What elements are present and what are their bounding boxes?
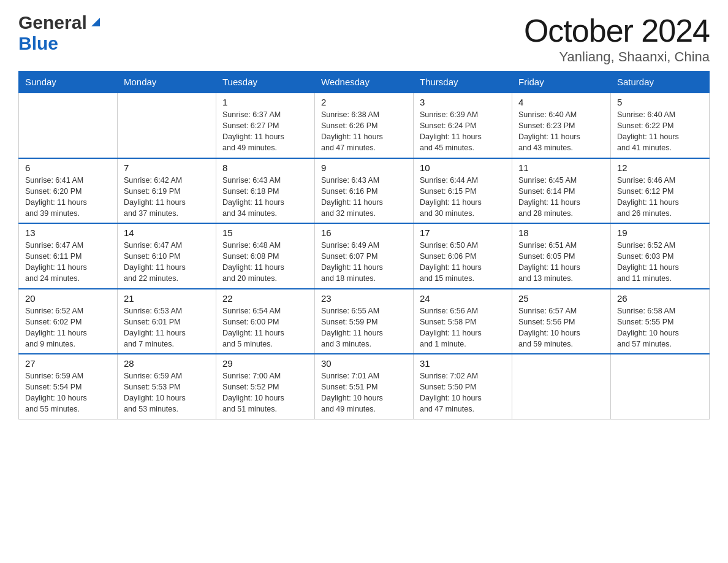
day-info: Sunrise: 6:59 AM Sunset: 5:53 PM Dayligh… — [124, 370, 210, 415]
calendar-cell — [118, 93, 216, 158]
calendar-week-3: 13Sunrise: 6:47 AM Sunset: 6:11 PM Dayli… — [19, 223, 710, 289]
day-number: 13 — [25, 228, 111, 238]
calendar-cell: 13Sunrise: 6:47 AM Sunset: 6:11 PM Dayli… — [19, 223, 118, 289]
calendar-header-friday: Friday — [512, 72, 611, 93]
calendar-header-tuesday: Tuesday — [216, 72, 315, 93]
calendar-cell: 29Sunrise: 7:00 AM Sunset: 5:52 PM Dayli… — [216, 354, 315, 419]
calendar-header-row: SundayMondayTuesdayWednesdayThursdayFrid… — [19, 72, 710, 93]
calendar-cell: 5Sunrise: 6:40 AM Sunset: 6:22 PM Daylig… — [611, 93, 710, 158]
calendar-cell: 22Sunrise: 6:54 AM Sunset: 6:00 PM Dayli… — [216, 289, 315, 354]
calendar-cell: 24Sunrise: 6:56 AM Sunset: 5:58 PM Dayli… — [414, 289, 512, 354]
calendar-cell — [512, 354, 611, 419]
day-number: 7 — [124, 163, 210, 173]
title-section: October 2024 Yanliang, Shaanxi, China — [524, 12, 710, 65]
calendar-header-thursday: Thursday — [414, 72, 512, 93]
day-info: Sunrise: 6:40 AM Sunset: 6:22 PM Dayligh… — [617, 109, 703, 154]
calendar-cell: 7Sunrise: 6:42 AM Sunset: 6:19 PM Daylig… — [118, 158, 216, 224]
day-info: Sunrise: 6:45 AM Sunset: 6:14 PM Dayligh… — [518, 175, 604, 220]
page-header: General Blue October 2024 Yanliang, Shaa… — [18, 12, 710, 65]
calendar-header-saturday: Saturday — [611, 72, 710, 93]
month-title: October 2024 — [524, 12, 710, 49]
logo-blue-text: Blue — [18, 33, 58, 54]
calendar-cell: 10Sunrise: 6:44 AM Sunset: 6:15 PM Dayli… — [414, 158, 512, 224]
day-number: 18 — [518, 228, 604, 238]
day-number: 23 — [321, 293, 407, 304]
day-number: 15 — [222, 228, 308, 238]
calendar-cell — [611, 354, 710, 419]
day-info: Sunrise: 7:02 AM Sunset: 5:50 PM Dayligh… — [420, 370, 506, 415]
day-number: 30 — [321, 358, 407, 369]
day-info: Sunrise: 6:55 AM Sunset: 5:59 PM Dayligh… — [321, 305, 407, 350]
day-number: 12 — [617, 163, 703, 173]
calendar-cell: 6Sunrise: 6:41 AM Sunset: 6:20 PM Daylig… — [19, 158, 118, 224]
logo-triangle-icon — [89, 15, 102, 29]
day-number: 20 — [25, 293, 111, 304]
calendar-cell — [19, 93, 118, 158]
calendar-cell: 4Sunrise: 6:40 AM Sunset: 6:23 PM Daylig… — [512, 93, 611, 158]
calendar-cell: 11Sunrise: 6:45 AM Sunset: 6:14 PM Dayli… — [512, 158, 611, 224]
calendar-cell: 18Sunrise: 6:51 AM Sunset: 6:05 PM Dayli… — [512, 223, 611, 289]
day-info: Sunrise: 6:40 AM Sunset: 6:23 PM Dayligh… — [518, 109, 604, 154]
day-info: Sunrise: 6:54 AM Sunset: 6:00 PM Dayligh… — [222, 305, 308, 350]
calendar-cell: 14Sunrise: 6:47 AM Sunset: 6:10 PM Dayli… — [118, 223, 216, 289]
day-info: Sunrise: 6:52 AM Sunset: 6:02 PM Dayligh… — [25, 305, 111, 350]
day-number: 19 — [617, 228, 703, 238]
day-info: Sunrise: 6:47 AM Sunset: 6:11 PM Dayligh… — [25, 240, 111, 285]
day-number: 6 — [25, 163, 111, 173]
day-info: Sunrise: 6:47 AM Sunset: 6:10 PM Dayligh… — [124, 240, 210, 285]
calendar-cell: 12Sunrise: 6:46 AM Sunset: 6:12 PM Dayli… — [611, 158, 710, 224]
calendar-cell: 1Sunrise: 6:37 AM Sunset: 6:27 PM Daylig… — [216, 93, 315, 158]
day-info: Sunrise: 6:52 AM Sunset: 6:03 PM Dayligh… — [617, 240, 703, 285]
svg-marker-0 — [91, 18, 100, 26]
day-number: 17 — [420, 228, 506, 238]
calendar-cell: 16Sunrise: 6:49 AM Sunset: 6:07 PM Dayli… — [315, 223, 414, 289]
day-info: Sunrise: 6:56 AM Sunset: 5:58 PM Dayligh… — [420, 305, 506, 350]
calendar-table: SundayMondayTuesdayWednesdayThursdayFrid… — [18, 71, 710, 419]
day-info: Sunrise: 6:51 AM Sunset: 6:05 PM Dayligh… — [518, 240, 604, 285]
day-number: 2 — [321, 97, 407, 107]
calendar-cell: 30Sunrise: 7:01 AM Sunset: 5:51 PM Dayli… — [315, 354, 414, 419]
day-info: Sunrise: 6:39 AM Sunset: 6:24 PM Dayligh… — [420, 109, 506, 154]
calendar-week-1: 1Sunrise: 6:37 AM Sunset: 6:27 PM Daylig… — [19, 93, 710, 158]
calendar-cell: 2Sunrise: 6:38 AM Sunset: 6:26 PM Daylig… — [315, 93, 414, 158]
location-title: Yanliang, Shaanxi, China — [524, 49, 710, 65]
day-number: 16 — [321, 228, 407, 238]
calendar-header-wednesday: Wednesday — [315, 72, 414, 93]
day-info: Sunrise: 6:41 AM Sunset: 6:20 PM Dayligh… — [25, 175, 111, 220]
day-info: Sunrise: 7:00 AM Sunset: 5:52 PM Dayligh… — [222, 370, 308, 415]
day-number: 24 — [420, 293, 506, 304]
day-info: Sunrise: 6:53 AM Sunset: 6:01 PM Dayligh… — [124, 305, 210, 350]
calendar-cell: 31Sunrise: 7:02 AM Sunset: 5:50 PM Dayli… — [414, 354, 512, 419]
day-number: 27 — [25, 358, 111, 369]
day-number: 14 — [124, 228, 210, 238]
calendar-cell: 28Sunrise: 6:59 AM Sunset: 5:53 PM Dayli… — [118, 354, 216, 419]
day-info: Sunrise: 6:50 AM Sunset: 6:06 PM Dayligh… — [420, 240, 506, 285]
day-info: Sunrise: 6:49 AM Sunset: 6:07 PM Dayligh… — [321, 240, 407, 285]
day-number: 25 — [518, 293, 604, 304]
day-number: 5 — [617, 97, 703, 107]
day-number: 21 — [124, 293, 210, 304]
calendar-cell: 20Sunrise: 6:52 AM Sunset: 6:02 PM Dayli… — [19, 289, 118, 354]
day-info: Sunrise: 6:46 AM Sunset: 6:12 PM Dayligh… — [617, 175, 703, 220]
day-info: Sunrise: 6:42 AM Sunset: 6:19 PM Dayligh… — [124, 175, 210, 220]
day-info: Sunrise: 6:58 AM Sunset: 5:55 PM Dayligh… — [617, 305, 703, 350]
calendar-cell: 27Sunrise: 6:59 AM Sunset: 5:54 PM Dayli… — [19, 354, 118, 419]
day-info: Sunrise: 6:43 AM Sunset: 6:16 PM Dayligh… — [321, 175, 407, 220]
logo-general-text: General — [18, 12, 87, 33]
day-number: 8 — [222, 163, 308, 173]
day-number: 9 — [321, 163, 407, 173]
calendar-cell: 17Sunrise: 6:50 AM Sunset: 6:06 PM Dayli… — [414, 223, 512, 289]
calendar-cell: 25Sunrise: 6:57 AM Sunset: 5:56 PM Dayli… — [512, 289, 611, 354]
day-number: 22 — [222, 293, 308, 304]
day-info: Sunrise: 6:44 AM Sunset: 6:15 PM Dayligh… — [420, 175, 506, 220]
calendar-cell: 19Sunrise: 6:52 AM Sunset: 6:03 PM Dayli… — [611, 223, 710, 289]
calendar-cell: 21Sunrise: 6:53 AM Sunset: 6:01 PM Dayli… — [118, 289, 216, 354]
day-number: 10 — [420, 163, 506, 173]
day-info: Sunrise: 6:37 AM Sunset: 6:27 PM Dayligh… — [222, 109, 308, 154]
calendar-week-2: 6Sunrise: 6:41 AM Sunset: 6:20 PM Daylig… — [19, 158, 710, 224]
day-number: 11 — [518, 163, 604, 173]
calendar-cell: 3Sunrise: 6:39 AM Sunset: 6:24 PM Daylig… — [414, 93, 512, 158]
day-number: 26 — [617, 293, 703, 304]
calendar-week-5: 27Sunrise: 6:59 AM Sunset: 5:54 PM Dayli… — [19, 354, 710, 419]
calendar-cell: 23Sunrise: 6:55 AM Sunset: 5:59 PM Dayli… — [315, 289, 414, 354]
